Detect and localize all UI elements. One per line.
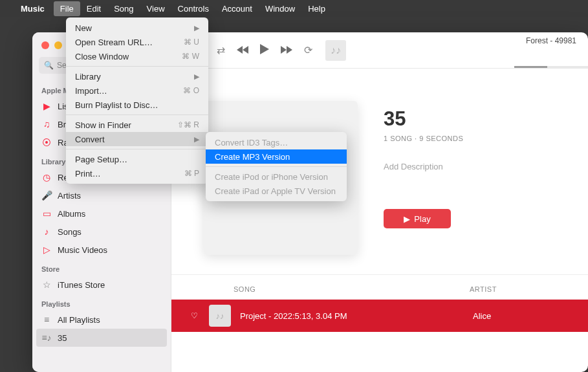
app-name[interactable]: Music	[21, 4, 45, 14]
menu-edit[interactable]: Edit	[80, 1, 107, 16]
menu-convert[interactable]: Convert▶	[66, 132, 208, 146]
shuffle-button[interactable]: ⇄	[217, 44, 225, 56]
column-song[interactable]: SONG	[234, 285, 470, 293]
menu-show-in-finder[interactable]: Show in Finder⇧⌘ R	[66, 118, 208, 132]
menu-separator	[66, 149, 208, 149]
clock-icon: ◷	[41, 172, 52, 182]
menu-window[interactable]: Window	[259, 1, 301, 16]
track-artist: Alice	[473, 311, 491, 321]
search-icon: 🔍	[44, 61, 54, 70]
menu-open-stream[interactable]: Open Stream URL…⌘ U	[66, 35, 208, 49]
play-album-button[interactable]: ▶Play	[384, 209, 451, 228]
sidebar-item-playlist-35[interactable]: ≡♪35	[36, 329, 167, 347]
love-icon[interactable]: ♡	[191, 311, 204, 320]
album-description[interactable]: Add Description	[384, 162, 463, 171]
chevron-right-icon: ▶	[194, 24, 199, 32]
main-area: 35 1 SONG · 9 SECONDS Add Description ▶P…	[171, 69, 588, 372]
sidebar-item-music-videos[interactable]: ▷Music Videos	[32, 241, 171, 259]
play-icon: ▶	[404, 214, 410, 224]
album-icon: ▭	[41, 208, 52, 219]
menu-convert-id3[interactable]: Convert ID3 Tags…	[206, 135, 347, 149]
playlist-icon: ≡♪	[41, 333, 52, 343]
list-icon: ≡	[41, 314, 52, 325]
progress-fill	[514, 66, 547, 68]
menu-burn-playlist[interactable]: Burn Playlist to Disc…	[66, 98, 208, 112]
radio-icon: ⦿	[41, 137, 52, 148]
progress-bar[interactable]	[514, 66, 588, 68]
track-row[interactable]: ♡ ♪♪ Project - 2022:5:13, 3.04 PM Alice	[171, 300, 588, 332]
minimize-window-button[interactable]	[54, 41, 62, 49]
menu-create-mp3[interactable]: Create MP3 Version	[206, 149, 347, 164]
menu-song[interactable]: Song	[107, 1, 140, 16]
sidebar-item-all-playlists[interactable]: ≡All Playlists	[32, 311, 171, 329]
mic-icon: 🎤	[41, 190, 52, 201]
menu-import[interactable]: Import…⌘ O	[66, 83, 208, 98]
menu-separator	[66, 66, 208, 67]
sidebar-section-playlists: Playlists	[32, 294, 171, 311]
menu-separator	[206, 166, 347, 167]
note-icon: ♪	[41, 226, 52, 237]
close-window-button[interactable]	[41, 41, 49, 49]
menu-account[interactable]: Account	[215, 1, 259, 16]
prev-button[interactable]	[237, 45, 248, 56]
sidebar-item-songs[interactable]: ♪Songs	[32, 223, 171, 241]
menu-create-ipad[interactable]: Create iPad or Apple TV Version	[206, 184, 347, 198]
play-circle-icon: ▶	[41, 101, 52, 111]
menu-view[interactable]: View	[140, 1, 171, 16]
menu-new[interactable]: New▶	[66, 21, 208, 35]
menu-controls[interactable]: Controls	[171, 1, 215, 16]
album-title: 35	[384, 107, 463, 131]
convert-submenu: Convert ID3 Tags… Create MP3 Version Cre…	[206, 132, 347, 201]
player-toolbar: ⇄ ⟳ ♪♪ Forest - 49981	[171, 32, 588, 69]
sidebar-item-itunes-store[interactable]: ☆iTunes Store	[32, 276, 171, 294]
menu-page-setup[interactable]: Page Setup…	[66, 152, 208, 166]
file-menu-dropdown: New▶ Open Stream URL…⌘ U Close Window⌘ W…	[66, 17, 208, 184]
chevron-right-icon: ▶	[194, 72, 199, 81]
content-area: ⇄ ⟳ ♪♪ Forest - 49981 35 1 SONG · 9 SECO…	[171, 32, 588, 372]
album-info: 35 1 SONG · 9 SECONDS Add Description ▶P…	[384, 101, 463, 255]
album-meta: 1 SONG · 9 SECONDS	[384, 135, 463, 142]
video-icon: ▷	[41, 245, 52, 255]
now-playing-title: Forest - 49981	[514, 36, 588, 45]
next-button[interactable]	[281, 45, 292, 56]
system-menubar: Music File Edit Song View Controls Accou…	[0, 0, 588, 17]
star-icon: ☆	[41, 279, 52, 290]
menu-file[interactable]: File	[54, 1, 80, 16]
play-button[interactable]	[260, 44, 269, 57]
track-table-header: SONG ARTIST	[171, 275, 588, 300]
now-playing-art[interactable]: ♪♪	[325, 40, 346, 61]
repeat-button[interactable]: ⟳	[304, 44, 312, 56]
column-artist[interactable]: ARTIST	[470, 285, 497, 293]
track-art-icon: ♪♪	[209, 305, 231, 327]
menu-separator	[66, 115, 208, 115]
menu-print[interactable]: Print…⌘ P	[66, 166, 208, 181]
sidebar-section-store: Store	[32, 259, 171, 276]
menu-close-window[interactable]: Close Window⌘ W	[66, 49, 208, 63]
menu-help[interactable]: Help	[301, 1, 332, 16]
menu-create-ipod[interactable]: Create iPod or iPhone Version	[206, 170, 347, 184]
grid-icon: ♫	[41, 119, 52, 129]
menu-library[interactable]: Library▶	[66, 69, 208, 83]
sidebar-item-albums[interactable]: ▭Albums	[32, 204, 171, 223]
chevron-right-icon: ▶	[194, 135, 199, 144]
track-name: Project - 2022:5:13, 3.04 PM	[240, 311, 473, 321]
sidebar-item-artists[interactable]: 🎤Artists	[32, 186, 171, 204]
